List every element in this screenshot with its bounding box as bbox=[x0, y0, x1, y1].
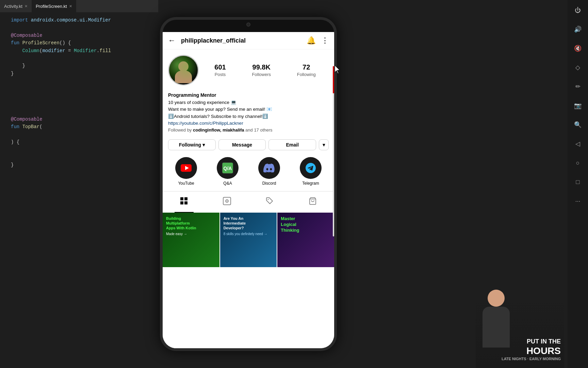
tab-shop[interactable] bbox=[303, 195, 322, 209]
svg-rect-5 bbox=[184, 197, 187, 200]
person-text: PUT IN THE HOURS LATE NIGHTS · EARLY MOR… bbox=[502, 338, 561, 361]
stat-posts[interactable]: 601 Posts bbox=[214, 63, 226, 77]
header-icons: 🔔 ⋮ bbox=[307, 36, 329, 45]
power-icon[interactable]: ⏻ bbox=[572, 4, 584, 16]
tab-close-activity[interactable]: ✕ bbox=[24, 4, 28, 9]
more-options-icon[interactable]: ⋮ bbox=[321, 36, 329, 45]
tab-close-profile[interactable]: ✕ bbox=[69, 4, 72, 9]
phone-camera bbox=[246, 22, 250, 27]
search-zoom-icon[interactable]: 🔍 bbox=[572, 119, 584, 131]
right-sidebar: ⏻ 🔊 🔇 ◇ ✏ 📷 🔍 ◁ ○ □ ··· bbox=[568, 0, 588, 368]
social-telegram[interactable]: Telegram bbox=[300, 157, 322, 186]
post1-subtitle: Made easy → bbox=[166, 232, 216, 236]
tab-grid[interactable] bbox=[175, 195, 194, 209]
qa-icon: Q/A bbox=[222, 162, 234, 174]
profile-container[interactable]: ← philipplackner_official 🔔 ⋮ bbox=[163, 32, 334, 348]
notification-icon[interactable]: 🔔 bbox=[307, 36, 316, 45]
circle-icon[interactable]: ○ bbox=[572, 157, 584, 169]
avatar-image bbox=[169, 56, 198, 85]
code-editor: Activity.kt ✕ ProfileScreen.kt ✕ import … bbox=[0, 0, 158, 368]
social-qa[interactable]: Q/A Q&A bbox=[217, 157, 239, 186]
social-discord[interactable]: Discord bbox=[258, 157, 280, 186]
svg-text:Q/A: Q/A bbox=[224, 166, 232, 171]
svg-rect-7 bbox=[184, 201, 187, 204]
social-youtube[interactable]: YouTube bbox=[175, 157, 197, 186]
svg-point-10 bbox=[227, 200, 228, 201]
stat-following[interactable]: 72 Following bbox=[297, 63, 316, 77]
tab-bar: Activity.kt ✕ ProfileScreen.kt ✕ bbox=[0, 0, 158, 12]
more-button[interactable]: ▾ bbox=[319, 139, 329, 150]
tab-tagged[interactable] bbox=[260, 195, 279, 209]
scroll-thumb[interactable] bbox=[333, 66, 334, 93]
action-buttons: Following ▾ Message Email ▾ bbox=[163, 137, 334, 154]
camera-icon[interactable]: 📷 bbox=[572, 99, 584, 112]
tagged-icon bbox=[266, 197, 274, 205]
profile-header: ← philipplackner_official 🔔 ⋮ bbox=[163, 32, 334, 49]
shop-icon bbox=[309, 197, 317, 205]
phone-wrapper: ← philipplackner_official 🔔 ⋮ bbox=[153, 0, 344, 368]
youtube-icon bbox=[181, 164, 192, 172]
post2-subtitle: 8 skills you definitely need → bbox=[224, 232, 274, 236]
svg-rect-6 bbox=[180, 201, 183, 204]
post2-title: Are You AnIntermediateDeveloper? bbox=[224, 216, 274, 231]
back-icon[interactable]: ◁ bbox=[572, 138, 584, 150]
youtube-label: YouTube bbox=[178, 181, 194, 186]
bio-display-name: Programming Mentor bbox=[168, 92, 329, 98]
following-label: Following bbox=[297, 72, 316, 77]
message-button[interactable]: Message bbox=[218, 139, 266, 150]
followed-by: Followed by codinginflow, miakhalifa and… bbox=[168, 127, 329, 133]
scroll-track bbox=[333, 66, 334, 236]
bio-line3: ⬇️Android tutorials? Subscribe to my cha… bbox=[168, 113, 329, 120]
following-count: 72 bbox=[297, 63, 316, 71]
more-dots-icon[interactable]: ··· bbox=[572, 195, 584, 207]
person-figure bbox=[483, 290, 510, 348]
qa-label: Q&A bbox=[223, 181, 232, 186]
bio-line1: 10 years of coding experience 💻 bbox=[168, 99, 329, 106]
profile-username: philipplackner_official bbox=[181, 37, 307, 44]
back-button[interactable]: ← bbox=[168, 36, 176, 45]
post-thumb-3[interactable]: MasterLogicalThinking bbox=[277, 213, 334, 267]
edit-icon[interactable]: ✏ bbox=[572, 80, 584, 93]
phone-notch bbox=[221, 20, 276, 29]
discord-label: Discord bbox=[262, 181, 276, 186]
tab-reels[interactable] bbox=[217, 195, 236, 209]
qa-icon-wrap: Q/A bbox=[217, 157, 239, 179]
stat-followers[interactable]: 99.8K Followers bbox=[252, 63, 271, 77]
post-grid: BuildingMultiplatformApps With Kotlin Ma… bbox=[163, 213, 334, 267]
telegram-icon-wrap bbox=[300, 157, 322, 179]
stop-icon[interactable]: □ bbox=[572, 176, 584, 188]
diamond-icon[interactable]: ◇ bbox=[572, 61, 584, 74]
following-button[interactable]: Following ▾ bbox=[168, 139, 216, 150]
phone-device: ← philipplackner_official 🔔 ⋮ bbox=[160, 17, 337, 351]
youtube-icon-wrap bbox=[175, 157, 197, 179]
svg-rect-4 bbox=[180, 197, 183, 200]
posts-label: Posts bbox=[215, 72, 226, 77]
discord-icon-wrap bbox=[258, 157, 280, 179]
post3-title: MasterLogicalThinking bbox=[281, 216, 331, 233]
post1-title: BuildingMultiplatformApps With Kotlin bbox=[166, 216, 216, 231]
followers-label: Followers bbox=[252, 72, 271, 77]
followers-count: 99.8K bbox=[252, 63, 271, 71]
bio-link[interactable]: https://youtube.com/c/PhilippLackner bbox=[168, 121, 243, 126]
reels-icon bbox=[223, 197, 231, 205]
social-links: YouTube Q/A Q&A bbox=[163, 154, 334, 191]
post-thumb-2[interactable]: Are You AnIntermediateDeveloper? 8 skill… bbox=[220, 213, 277, 267]
mute-icon[interactable]: 🔇 bbox=[572, 42, 584, 55]
telegram-label: Telegram bbox=[302, 181, 319, 186]
person-overlay: PUT IN THE HOURS LATE NIGHTS · EARLY MOR… bbox=[476, 252, 564, 368]
bio-section: Programming Mentor 10 years of coding ex… bbox=[163, 91, 334, 137]
tab-activity[interactable]: Activity.kt ✕ bbox=[0, 0, 32, 12]
stats-numbers: 601 Posts 99.8K Followers 72 Following bbox=[201, 63, 329, 77]
tab-profile-screen[interactable]: ProfileScreen.kt ✕ bbox=[32, 0, 76, 12]
email-button[interactable]: Email bbox=[268, 139, 316, 150]
discord-icon bbox=[263, 164, 275, 172]
stats-row: 601 Posts 99.8K Followers 72 Following bbox=[163, 49, 334, 91]
tab-navigation bbox=[163, 191, 334, 213]
avatar bbox=[168, 55, 199, 86]
phone-screen: ← philipplackner_official 🔔 ⋮ bbox=[163, 32, 334, 348]
post-thumb-1[interactable]: BuildingMultiplatformApps With Kotlin Ma… bbox=[163, 213, 219, 267]
volume-icon[interactable]: 🔊 bbox=[572, 23, 584, 35]
code-content: import androidx.compose.ui.Modifier @Com… bbox=[0, 12, 158, 173]
svg-point-11 bbox=[268, 199, 269, 200]
posts-count: 601 bbox=[214, 63, 226, 71]
